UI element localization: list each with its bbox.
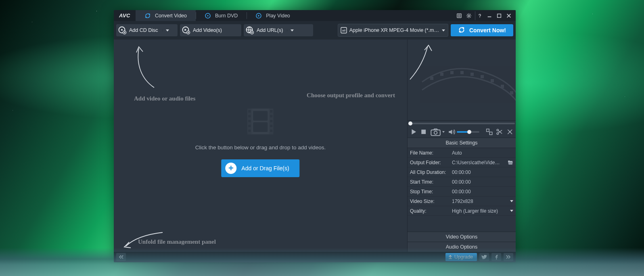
svg-rect-35 [470,73,474,76]
add-videos-button[interactable]: Add Video(s) [180,24,241,36]
twitter-icon [481,254,487,260]
desktop-wallpaper: AVC Convert Video Burn DVD Play Video [0,0,644,276]
tab-label: Play Video [266,13,290,19]
file-list-stage[interactable]: Add video or audio files Choose output p… [114,40,408,252]
app-window: AVC Convert Video Burn DVD Play Video [114,10,516,262]
folder-path: C:\Users\cathe\Videos\... [452,160,500,165]
stop-icon[interactable] [420,128,427,136]
svg-text:all: all [342,29,345,32]
basic-settings-header: Basic Settings [408,138,516,148]
list-icon[interactable] [455,11,464,20]
hint-unfold-panel: Unfold file management panel [138,238,216,245]
svg-rect-44 [489,132,492,135]
button-label: Add CD Disc [128,27,162,33]
facebook-icon [493,254,499,260]
snapshot-icon[interactable] [431,128,441,136]
add-urls-button[interactable]: Add URL(s) [244,24,313,36]
svg-rect-36 [481,75,484,78]
minimize-button[interactable] [485,11,494,20]
svg-rect-25 [270,115,272,117]
value-output-folder[interactable]: C:\Users\cathe\Videos\... [452,160,516,165]
row-video-size: Video Size: 1792x828 [408,197,516,206]
disc-plus-icon [116,26,128,35]
chevron-down-icon[interactable] [162,29,172,31]
svg-rect-38 [501,85,504,88]
row-output-folder: Output Folder: C:\Users\cathe\Videos\... [408,158,516,167]
help-icon[interactable] [475,11,484,20]
label: Start Time: [408,179,452,185]
svg-point-4 [468,15,470,17]
svg-rect-31 [430,77,433,80]
settings-icon[interactable] [464,11,473,20]
detach-icon[interactable] [486,128,493,136]
svg-rect-19 [248,110,251,113]
label: File Name: [408,150,452,156]
svg-rect-41 [431,130,440,136]
play-icon[interactable] [410,128,417,136]
button-label: Add URL(s) [256,27,287,33]
status-bar: Upgrade [114,252,516,262]
button-label: Convert Now! [469,27,506,33]
svg-rect-28 [270,130,272,132]
video-plus-icon [180,26,192,35]
seek-bar[interactable] [408,121,516,126]
play-circle-icon [255,13,262,19]
tab-play-video[interactable]: Play Video [247,10,299,21]
value-stop-time[interactable]: 00:00:00 [452,189,516,194]
convert-now-button[interactable]: Convert Now! [451,24,513,36]
expand-panel-button[interactable] [116,253,126,261]
seek-thumb[interactable] [408,121,412,125]
add-or-drag-files-button[interactable]: + Add or Drag File(s) [221,159,299,177]
refresh-icon [458,26,465,35]
chevron-down-icon[interactable] [287,29,297,31]
profile-all-icon: all [338,27,349,34]
refresh-icon [144,13,151,19]
twitter-button[interactable] [479,253,489,261]
audio-options-header[interactable]: Audio Options [408,242,516,252]
tab-label: Burn DVD [215,13,238,19]
filmstrip-art-icon [418,52,516,112]
right-panel: Basic Settings File Name: Auto Output Fo… [408,40,516,252]
disc-icon [205,13,211,19]
svg-rect-37 [491,79,494,82]
film-icon [244,105,276,138]
profile-label: Apple iPhone XR MPEG-4 Movie (*.m… [349,27,439,33]
output-profile-selector[interactable]: all Apple iPhone XR MPEG-4 Movie (*.m… [338,24,448,37]
svg-rect-27 [270,125,272,127]
chevron-down-icon [510,210,513,212]
window-buttons [455,10,516,21]
globe-plus-icon [244,26,256,35]
value-video-size[interactable]: 1792x828 [452,199,516,204]
svg-rect-43 [486,129,489,132]
plus-circle-icon: + [225,163,236,174]
row-start-time: Start Time: 00:00:00 [408,177,516,187]
upgrade-button[interactable]: Upgrade [445,253,477,261]
tab-burn-dvd[interactable]: Burn DVD [196,10,247,21]
scissors-icon[interactable] [496,128,503,136]
value-start-time[interactable]: 00:00:00 [452,179,516,185]
svg-rect-24 [270,110,272,113]
chevron-down-icon[interactable] [439,29,448,31]
close-button[interactable] [504,11,513,20]
chevron-down-icon[interactable] [442,131,445,133]
facebook-button[interactable] [491,253,501,261]
chevron-down-icon [510,200,513,202]
value-quality[interactable]: High (Larger file size) [452,208,516,214]
player-controls [408,126,516,138]
volume-thumb[interactable] [467,130,471,134]
add-cd-disc-button[interactable]: Add CD Disc [116,24,178,36]
button-label: Upgrade [454,254,473,260]
folder-open-icon[interactable] [508,160,513,165]
select-text: High (Larger file size) [452,208,498,214]
label: Stop Time: [408,189,452,194]
label: All Clip Duration: [408,169,452,175]
volume-icon[interactable] [448,128,455,136]
maximize-button[interactable] [495,11,504,20]
collapse-right-button[interactable] [504,253,513,261]
video-options-header[interactable]: Video Options [408,232,516,242]
effects-icon[interactable] [506,128,513,136]
button-label: Add Video(s) [192,27,226,33]
tab-convert-video[interactable]: Convert Video [136,10,196,21]
value-file-name[interactable]: Auto [452,150,516,156]
volume-control[interactable] [448,128,479,136]
